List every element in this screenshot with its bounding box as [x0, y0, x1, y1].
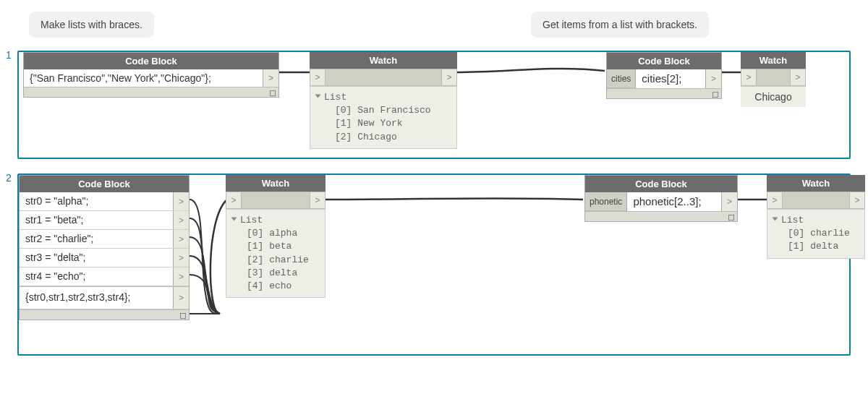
output-port[interactable]: [310, 192, 326, 209]
input-port[interactable]: [741, 69, 757, 86]
input-port-label[interactable]: cities: [607, 69, 635, 88]
code-line[interactable]: str0 = "alpha";: [20, 192, 173, 210]
code-text[interactable]: phonetic[2..3];: [627, 192, 721, 211]
list-label: List: [240, 215, 263, 226]
watch-1[interactable]: Watch List [0] San Francisco [1] New Yor…: [310, 52, 457, 149]
node-footer: [24, 87, 278, 97]
list-label: List: [781, 215, 804, 226]
list-item: [0] alpha: [232, 227, 319, 240]
watch-output: Chicago: [741, 86, 806, 107]
node-title: Code Block: [585, 176, 737, 192]
list-item: [2] charlie: [232, 254, 319, 267]
list-item: [3] delta: [232, 267, 319, 280]
callout-right: Get items from a list with brackets.: [531, 12, 709, 38]
list-item: [0] San Francisco: [316, 104, 451, 117]
list-item: [2] Chicago: [316, 131, 451, 144]
list-item: [1] beta: [232, 240, 319, 253]
code-text[interactable]: cities[2];: [636, 69, 705, 88]
output-port[interactable]: [173, 267, 189, 286]
region-2: 2 Code Block str0 = "alpha"; str1 = "bet…: [17, 173, 851, 356]
output-port[interactable]: [173, 249, 189, 267]
region-1: 1 Code Block {"San Francisco","New York"…: [17, 51, 851, 159]
node-footer: [20, 309, 189, 320]
node-footer: [607, 88, 721, 98]
input-port-label[interactable]: phonetic: [585, 192, 626, 211]
watch-output: List [0] charlie [1] delta: [767, 209, 865, 259]
code-text[interactable]: {"San Francisco","New York","Chicago"};: [24, 69, 263, 87]
list-label: List: [324, 92, 346, 103]
watch-list[interactable]: Watch List [0] alpha [1] beta [2] charli…: [226, 175, 326, 298]
output-port[interactable]: [441, 69, 457, 86]
output-port[interactable]: [790, 69, 806, 86]
output-port[interactable]: [721, 192, 737, 211]
list-item: [0] charlie: [773, 227, 859, 240]
output-port[interactable]: [849, 192, 865, 209]
node-title: Code Block: [607, 53, 721, 69]
watch-bar-mid: [242, 192, 310, 209]
watch-output: List [0] alpha [1] beta [2] charlie [3] …: [226, 209, 326, 298]
node-title: Code Block: [24, 53, 278, 69]
code-block-slice[interactable]: Code Block phonetic phonetic[2..3];: [584, 175, 738, 222]
code-line[interactable]: str1 = "beta";: [20, 211, 173, 229]
list-item: [1] New York: [316, 117, 451, 130]
output-port[interactable]: [173, 287, 189, 309]
node-title: Watch: [741, 52, 806, 69]
watch-bar-mid: [326, 69, 441, 86]
output-port[interactable]: [263, 69, 278, 87]
watch-2[interactable]: Watch Chicago: [741, 52, 806, 107]
input-port[interactable]: [310, 69, 326, 86]
callout-left: Make lists with braces.: [29, 12, 154, 38]
node-footer: [585, 211, 737, 221]
input-port[interactable]: [767, 192, 783, 209]
list-item: [1] delta: [773, 240, 859, 253]
code-block-1[interactable]: Code Block {"San Francisco","New York","…: [23, 52, 279, 98]
watch-bar-mid: [757, 69, 790, 86]
region-2-label: 2: [6, 172, 12, 184]
watch-slice[interactable]: Watch List [0] charlie [1] delta: [767, 175, 865, 259]
output-port[interactable]: [173, 192, 189, 210]
list-item: [4] echo: [232, 280, 319, 293]
code-block-multiline[interactable]: Code Block str0 = "alpha"; str1 = "beta"…: [19, 175, 190, 320]
code-line[interactable]: str2 = "charlie";: [20, 230, 173, 248]
node-title: Watch: [310, 52, 457, 69]
output-port[interactable]: [173, 211, 189, 229]
code-line[interactable]: str4 = "echo";: [20, 267, 173, 286]
region-1-label: 1: [6, 49, 12, 61]
node-title: Watch: [767, 175, 865, 192]
node-title: Watch: [226, 175, 326, 192]
code-block-2[interactable]: Code Block cities cities[2];: [606, 52, 722, 99]
node-title: Code Block: [20, 176, 189, 192]
input-port[interactable]: [226, 192, 242, 209]
output-port[interactable]: [173, 230, 189, 248]
watch-bar-mid: [783, 192, 849, 209]
code-line[interactable]: {str0,str1,str2,str3,str4};: [20, 287, 173, 309]
code-line[interactable]: str3 = "delta";: [20, 249, 173, 267]
watch-output: List [0] San Francisco [1] New York [2] …: [310, 86, 457, 149]
output-port[interactable]: [705, 69, 721, 88]
